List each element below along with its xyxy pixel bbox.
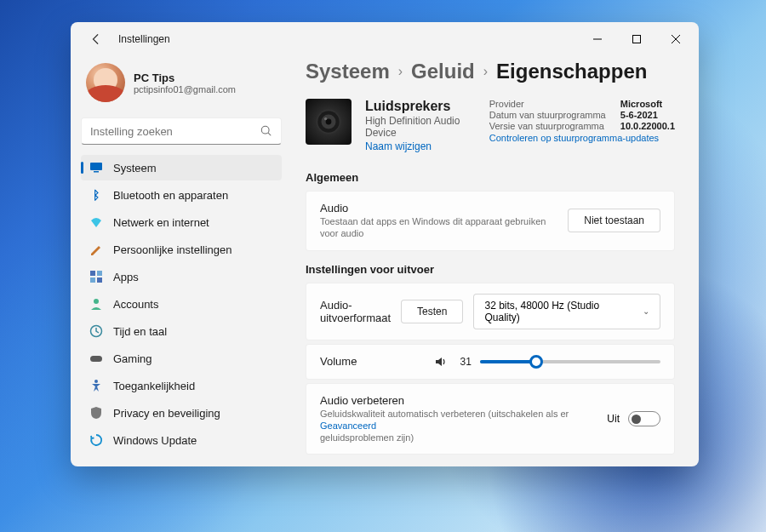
svg-rect-5 (94, 171, 99, 173)
device-name: Luidsprekers (365, 99, 476, 114)
sidebar-item-apps[interactable]: Apps (81, 264, 282, 289)
sidebar-item-label: Netwerk en internet (113, 216, 209, 229)
accessibility-icon (89, 379, 103, 392)
app-title: Instellingen (118, 33, 170, 45)
sidebar-item-label: Gaming (113, 352, 152, 365)
volume-slider[interactable] (480, 360, 660, 363)
sidebar: PC Tips pctipsinfo01@gmail.com SysteemᛒB… (71, 56, 292, 466)
sidebar-item-privacy-en-beveiliging[interactable]: Privacy en beveiliging (81, 400, 282, 426)
audio-enhance-card: Audio verbeteren Geluidskwaliteit automa… (306, 383, 675, 455)
rename-link[interactable]: Naam wijzigen (365, 140, 476, 152)
sidebar-item-tijd-en-taal[interactable]: Tijd en taal (81, 318, 282, 344)
sidebar-item-label: Privacy en beveiliging (113, 407, 220, 420)
chevron-right-icon: › (398, 64, 403, 79)
update-icon (89, 433, 103, 447)
apps-icon (89, 270, 103, 283)
breadcrumb: Systeem › Geluid › Eigenschappen (306, 60, 675, 99)
sidebar-item-label: Windows Update (113, 434, 197, 447)
sidebar-item-systeem[interactable]: Systeem (81, 155, 282, 180)
svg-rect-12 (90, 356, 102, 362)
svg-line-3 (268, 133, 271, 135)
back-button[interactable] (83, 26, 110, 53)
audio-format-card: Audio-uitvoerformaat Testen 32 bits, 480… (306, 283, 675, 340)
audio-desc: Toestaan dat apps en Windows dit apparaa… (320, 215, 557, 240)
svg-point-13 (94, 380, 98, 383)
user-name: PC Tips (134, 72, 236, 84)
sidebar-item-netwerk-en-internet[interactable]: Netwerk en internet (81, 209, 282, 235)
wifi-icon (89, 215, 103, 229)
svg-rect-7 (97, 271, 102, 276)
main-content: Systeem › Geluid › Eigenschappen Luidspr… (292, 56, 699, 466)
personalize-icon (89, 243, 103, 256)
chevron-down-icon: ⌄ (643, 306, 649, 316)
breadcrumb-geluid[interactable]: Geluid (411, 60, 475, 83)
device-header: Luidsprekers High Definition Audio Devic… (306, 99, 675, 168)
volume-icon[interactable] (434, 355, 448, 369)
chevron-right-icon: › (483, 64, 488, 79)
speaker-icon (306, 99, 352, 145)
volume-card: Volume 31 (306, 344, 675, 380)
maximize-button[interactable] (617, 26, 656, 53)
accounts-icon (89, 297, 103, 311)
shield-icon (89, 406, 103, 420)
user-block[interactable]: PC Tips pctipsinfo01@gmail.com (81, 56, 282, 114)
sidebar-item-persoonlijke-instellingen[interactable]: Persoonlijke instellingen (81, 237, 282, 262)
search-icon (260, 125, 272, 137)
search-box[interactable] (81, 117, 282, 145)
sidebar-item-label: Accounts (113, 298, 158, 311)
deny-button[interactable]: Niet toestaan (568, 209, 660, 232)
breadcrumb-current: Eigenschappen (496, 60, 647, 83)
section-output: Instellingen voor uitvoer (306, 263, 675, 276)
enhance-label: Audio verbeteren (320, 394, 597, 407)
device-subtitle: High Definition Audio Device (365, 115, 476, 139)
sidebar-item-windows-update[interactable]: Windows Update (81, 427, 282, 453)
test-button[interactable]: Testen (401, 300, 463, 323)
sidebar-item-label: Systeem (113, 162, 157, 174)
svg-point-17 (324, 117, 327, 120)
sidebar-item-toegankelijkheid[interactable]: Toegankelijkheid (81, 373, 282, 398)
svg-rect-4 (90, 163, 102, 170)
gaming-icon (89, 352, 103, 365)
volume-value: 31 (456, 356, 472, 368)
breadcrumb-systeem[interactable]: Systeem (306, 60, 390, 83)
sidebar-item-label: Bluetooth en apparaten (113, 189, 228, 202)
toggle-state-text: Uit (607, 413, 620, 425)
search-input[interactable] (90, 125, 260, 138)
svg-rect-6 (90, 271, 95, 276)
sidebar-item-label: Persoonlijke instellingen (113, 243, 232, 256)
minimize-button[interactable] (578, 26, 617, 53)
format-value: 32 bits, 48000 Hz (Studio Quality) (484, 300, 634, 323)
audio-permission-card: Audio Toestaan dat apps en Windows dit a… (306, 191, 675, 251)
close-button[interactable] (656, 26, 695, 53)
enhance-toggle[interactable] (628, 411, 660, 426)
svg-rect-9 (97, 277, 102, 283)
bluetooth-icon: ᛒ (89, 188, 103, 202)
display-icon (89, 161, 103, 174)
format-dropdown[interactable]: 32 bits, 48000 Hz (Studio Quality) ⌄ (473, 294, 660, 329)
sidebar-item-label: Tijd en taal (113, 325, 167, 338)
titlebar: Instellingen (71, 22, 699, 56)
user-email: pctipsinfo01@gmail.com (134, 84, 236, 94)
svg-point-10 (94, 299, 99, 304)
nav-list: SysteemᛒBluetooth en apparatenNetwerk en… (81, 155, 282, 453)
section-general: Algemeen (306, 171, 675, 184)
avatar (86, 63, 125, 102)
format-label: Audio-uitvoerformaat (320, 299, 391, 324)
audio-label: Audio (320, 202, 557, 215)
enhance-desc: Geluidskwaliteit automatisch verbeteren … (320, 408, 597, 444)
volume-label: Volume (320, 355, 424, 368)
sidebar-item-label: Apps (113, 271, 139, 283)
svg-rect-1 (633, 36, 641, 43)
svg-point-2 (261, 126, 269, 134)
sidebar-item-gaming[interactable]: Gaming (81, 346, 282, 371)
device-info: Luidsprekers High Definition Audio Devic… (365, 99, 476, 152)
sidebar-item-bluetooth-en-apparaten[interactable]: ᛒBluetooth en apparaten (81, 182, 282, 208)
clock-icon (89, 324, 103, 338)
sidebar-item-accounts[interactable]: Accounts (81, 291, 282, 317)
settings-window: Instellingen PC Tips pctipsinfo01@gmail.… (71, 22, 699, 466)
check-driver-updates-link[interactable]: Controleren op stuurprogramma-updates (489, 133, 675, 143)
advanced-link[interactable]: Geavanceerd (320, 420, 376, 431)
svg-rect-8 (90, 277, 95, 283)
sidebar-item-label: Toegankelijkheid (113, 380, 195, 392)
driver-info: ProviderMicrosoft Datum van stuurprogram… (489, 99, 675, 152)
